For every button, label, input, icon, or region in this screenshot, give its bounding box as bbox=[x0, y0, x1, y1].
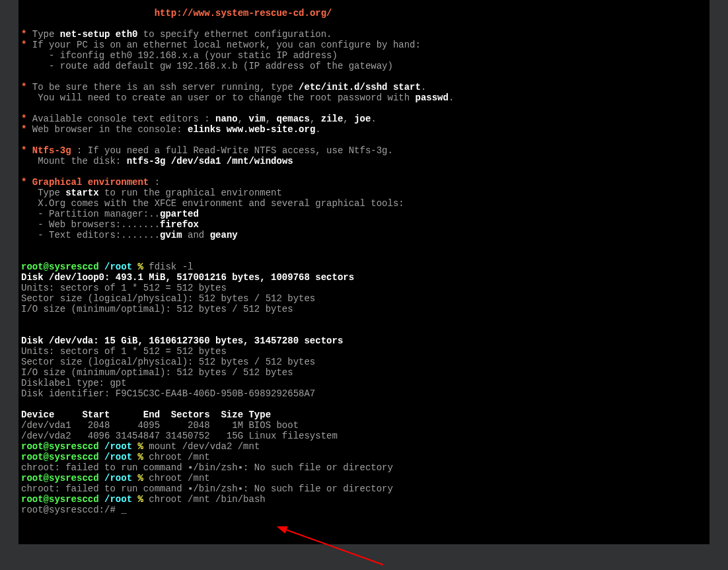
cmd-chroot-1: root@sysresccd /root % chroot /mnt bbox=[18, 452, 710, 462]
blank bbox=[18, 314, 710, 325]
out-part-header: Device Start End Sectors Size Type bbox=[18, 410, 710, 420]
blank bbox=[18, 325, 710, 336]
help-ifconfig: - ifconfig eth0 192.168.x.a (your static… bbox=[18, 50, 710, 61]
help-startx: Type startx to run the graphical environ… bbox=[18, 188, 710, 198]
help-env: * Graphical environment : bbox=[18, 177, 710, 188]
help-manual-net: * If your PC is on an ethernet local net… bbox=[18, 40, 710, 50]
help-xorg: X.Org comes with the XFCE environment an… bbox=[18, 198, 710, 209]
out-units2: Units: sectors of 1 * 512 = 512 bytes bbox=[18, 346, 710, 357]
out-label: Disklabel type: gpt bbox=[18, 378, 710, 388]
out-part-1: /dev/vda1 2048 4095 2048 1M BIOS boot bbox=[18, 420, 710, 431]
help-passwd: You will need to create an user or to ch… bbox=[18, 92, 710, 103]
out-units: Units: sectors of 1 * 512 = 512 bytes bbox=[18, 283, 710, 293]
help-editors: * Available console text editors : nano,… bbox=[18, 114, 710, 124]
cmd-mount: root@sysresccd /root % mount /dev/vda2 /… bbox=[18, 441, 710, 452]
help-gparted: - Partition manager:..gparted bbox=[18, 209, 710, 219]
blank bbox=[18, 135, 710, 145]
out-sector2: Sector size (logical/physical): 512 byte… bbox=[18, 357, 710, 367]
out-part-2: /dev/vda2 4096 31454847 31450752 15G Lin… bbox=[18, 431, 710, 441]
out-sector: Sector size (logical/physical): 512 byte… bbox=[18, 293, 710, 304]
blank bbox=[18, 18, 710, 29]
out-loop0: Disk /dev/loop0: 493.1 MiB, 517001216 by… bbox=[18, 272, 710, 283]
blank bbox=[18, 103, 710, 114]
terminal-window[interactable]: http://www.system-rescue-cd.org/ * Type … bbox=[18, 0, 710, 544]
blank bbox=[18, 251, 710, 262]
help-firefox: - Web browsers:.......firefox bbox=[18, 219, 710, 230]
out-ident: Disk identifier: F9C15C3C-EA4B-406D-950B… bbox=[18, 388, 710, 399]
out-io2: I/O size (minimum/optimal): 512 bytes / … bbox=[18, 367, 710, 378]
out-io: I/O size (minimum/optimal): 512 bytes / … bbox=[18, 304, 710, 314]
cmd-chroot-bash: root@sysresccd /root % chroot /mnt /bin/… bbox=[18, 494, 710, 505]
help-route: - route add default gw 192.168.x.b (IP a… bbox=[18, 61, 710, 71]
help-netsetup: * Type net-setup eth0 to specify etherne… bbox=[18, 29, 710, 40]
help-ntfs: * Ntfs-3g : If you need a full Read-Writ… bbox=[18, 145, 710, 156]
blank bbox=[18, 166, 710, 177]
cmd-chroot-2: root@sysresccd /root % chroot /mnt bbox=[18, 473, 710, 483]
err-chroot-1: chroot: failed to run command ▪/bin/zsh▪… bbox=[18, 462, 710, 473]
cmd-fdisk: root@sysresccd /root % fdisk -l bbox=[18, 262, 710, 272]
help-url: http://www.system-rescue-cd.org/ bbox=[18, 8, 710, 18]
help-browser: * Web browser in the console: elinks www… bbox=[18, 124, 710, 135]
blank bbox=[18, 71, 710, 82]
bash-prompt[interactable]: root@sysresccd:/# _ bbox=[18, 505, 710, 515]
blank bbox=[18, 399, 710, 410]
out-vda: Disk /dev/vda: 15 GiB, 16106127360 bytes… bbox=[18, 336, 710, 346]
blank bbox=[18, 240, 710, 251]
help-ntfs-mount: Mount the disk: ntfs-3g /dev/sda1 /mnt/w… bbox=[18, 156, 710, 166]
help-ssh: * To be sure there is an ssh server runn… bbox=[18, 82, 710, 92]
help-geany: - Text editors:.......gvim and geany bbox=[18, 230, 710, 240]
err-chroot-2: chroot: failed to run command ▪/bin/zsh▪… bbox=[18, 483, 710, 494]
